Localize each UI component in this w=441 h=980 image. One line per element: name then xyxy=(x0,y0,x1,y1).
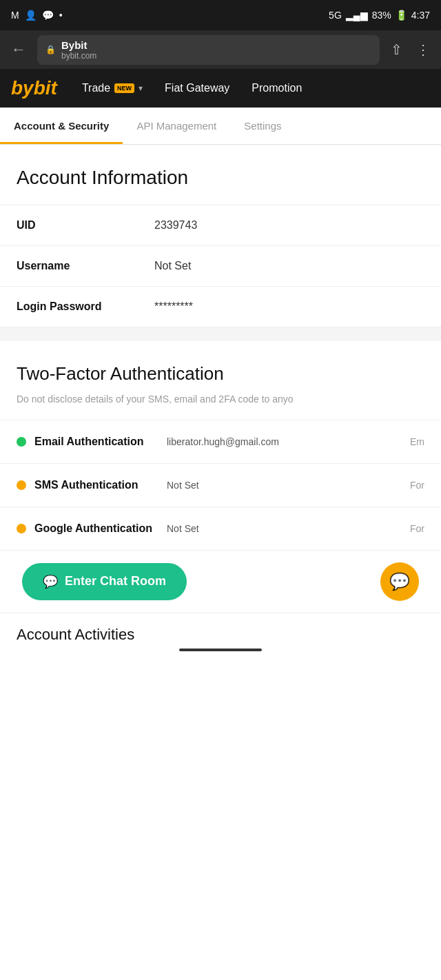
battery-icon: 🔋 xyxy=(396,10,407,21)
sms-auth-label: SMS Authentication xyxy=(34,479,158,491)
google-auth-action[interactable]: For xyxy=(410,523,424,534)
sms-auth-value: Not Set xyxy=(167,480,402,491)
email-auth-status-dot xyxy=(17,437,26,447)
dot-icon: • xyxy=(59,10,63,21)
tab-settings[interactable]: Settings xyxy=(230,108,295,144)
nav-item-fiat[interactable]: Fiat Gateway xyxy=(154,76,240,100)
two-factor-section: Two-Factor Authentication Do not disclos… xyxy=(0,341,441,551)
time-display: 4:37 xyxy=(411,10,430,21)
signal-bars-icon: ▂▄▆ xyxy=(346,10,368,21)
uid-label: UID xyxy=(17,219,154,232)
url-bar[interactable]: 🔒 Bybit bybit.com xyxy=(37,35,380,65)
menu-dots-icon[interactable]: ⋮ xyxy=(416,41,430,58)
bybit-logo[interactable]: bybit xyxy=(11,77,57,99)
home-indicator xyxy=(179,649,262,651)
nav-items: Trade NEW ▾ Fiat Gateway Promotion xyxy=(71,76,313,100)
google-auth-value: Not Set xyxy=(167,523,402,534)
sms-auth-row: SMS Authentication Not Set For xyxy=(0,463,441,507)
email-auth-action[interactable]: Em xyxy=(410,436,424,447)
gmail-icon: M xyxy=(11,10,19,21)
main-content: Account Information UID 2339743 Username… xyxy=(0,145,441,640)
chat-room-icon: 💬 xyxy=(43,574,58,589)
sms-auth-status-dot xyxy=(17,480,26,490)
enter-chat-room-button[interactable]: 💬 Enter Chat Room xyxy=(22,563,187,600)
username-row: Username Not Set xyxy=(0,245,441,287)
two-factor-warning: Do not disclose details of your SMS, ema… xyxy=(0,393,441,420)
uid-value: 2339743 xyxy=(154,219,424,232)
lock-icon: 🔒 xyxy=(45,45,56,54)
nav-item-trade[interactable]: Trade NEW ▾ xyxy=(71,76,154,100)
account-info-title: Account Information xyxy=(0,145,441,205)
signal-icon: 5G xyxy=(329,10,342,21)
email-auth-row: Email Authentication liberator.hugh@gmai… xyxy=(0,420,441,464)
site-name: Bybit xyxy=(61,39,96,51)
tab-account-security[interactable]: Account & Security xyxy=(0,108,123,144)
username-value: Not Set xyxy=(154,260,424,272)
home-bar xyxy=(0,640,441,660)
section-divider xyxy=(0,327,441,341)
browser-actions: ⇧ ⋮ xyxy=(391,41,430,58)
nav-promotion-label: Promotion xyxy=(252,82,302,94)
google-auth-label: Google Authentication xyxy=(34,522,158,535)
email-auth-value: liberator.hugh@gmail.com xyxy=(167,436,402,447)
password-value: ********* xyxy=(154,300,424,313)
status-left-icons: M 👤 💬 • xyxy=(11,10,63,21)
battery-level: 83% xyxy=(372,10,391,21)
status-bar: M 👤 💬 • 5G ▂▄▆ 83% 🔋 4:37 xyxy=(0,0,441,30)
account-activities-partial: Account Activities xyxy=(0,613,441,640)
sms-auth-action[interactable]: For xyxy=(410,480,424,491)
nav-item-promotion[interactable]: Promotion xyxy=(240,76,313,100)
status-right-info: 5G ▂▄▆ 83% 🔋 4:37 xyxy=(329,10,430,21)
google-auth-status-dot xyxy=(17,524,26,533)
nav-bar: bybit Trade NEW ▾ Fiat Gateway Promotion xyxy=(0,69,441,108)
floating-action-bar: 💬 Enter Chat Room 💬 xyxy=(0,551,441,613)
site-url: bybit.com xyxy=(61,51,96,61)
new-badge: NEW xyxy=(114,83,134,93)
chat-room-label: Enter Chat Room xyxy=(65,574,166,589)
back-button[interactable]: ← xyxy=(11,41,26,59)
nav-trade-label: Trade xyxy=(82,82,110,94)
tab-api-management[interactable]: API Management xyxy=(123,108,230,144)
password-row: Login Password ********* xyxy=(0,286,441,327)
password-label: Login Password xyxy=(17,300,154,313)
two-factor-title: Two-Factor Authentication xyxy=(0,341,441,393)
tabs-bar: Account & Security API Management Settin… xyxy=(0,108,441,145)
google-auth-row: Google Authentication Not Set For xyxy=(0,507,441,551)
chat-icon: 💬 xyxy=(42,10,54,21)
email-auth-label: Email Authentication xyxy=(34,436,158,448)
trade-chevron-icon: ▾ xyxy=(139,83,143,93)
uid-row: UID 2339743 xyxy=(0,205,441,246)
username-label: Username xyxy=(17,260,154,272)
support-chat-icon: 💬 xyxy=(389,572,410,591)
share-icon[interactable]: ⇧ xyxy=(391,41,402,58)
person-icon: 👤 xyxy=(25,10,37,21)
account-info-section: Account Information UID 2339743 Username… xyxy=(0,145,441,327)
browser-bar: ← 🔒 Bybit bybit.com ⇧ ⋮ xyxy=(0,30,441,69)
support-chat-button[interactable]: 💬 xyxy=(380,562,419,601)
nav-fiat-label: Fiat Gateway xyxy=(165,82,229,94)
